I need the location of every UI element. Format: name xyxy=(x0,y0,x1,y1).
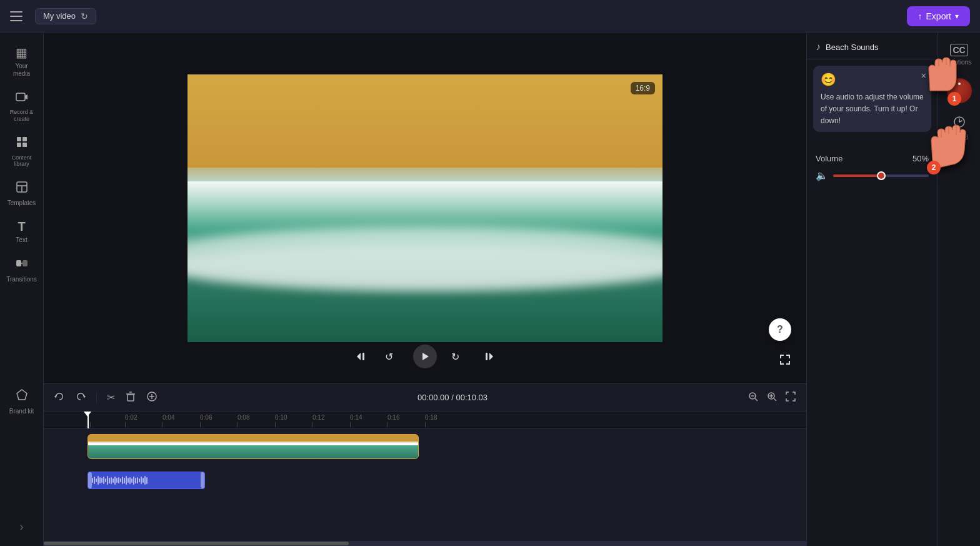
delete-button[interactable] xyxy=(122,388,139,407)
transitions-icon xyxy=(15,256,29,273)
svg-marker-16 xyxy=(422,353,429,360)
captions-label: Captions xyxy=(947,59,971,66)
volume-row: 🔈 xyxy=(816,169,929,181)
svg-rect-25 xyxy=(780,361,781,365)
sidebar-item-label: Contentlibrary xyxy=(12,154,32,168)
video-clip[interactable] xyxy=(88,434,419,459)
svg-rect-14 xyxy=(362,353,364,360)
svg-rect-19 xyxy=(486,353,488,360)
wave-foam-2 xyxy=(188,242,662,290)
svg-text:↻: ↻ xyxy=(451,351,459,362)
cut-button[interactable]: ✂ xyxy=(104,389,118,406)
volume-slider-thumb[interactable] xyxy=(877,171,886,180)
sidebar-item-record-create[interactable]: Record &create xyxy=(3,85,41,128)
sidebar-item-label: Record &create xyxy=(10,109,34,123)
audio-clip[interactable] xyxy=(88,472,205,489)
fullscreen-timeline-button[interactable] xyxy=(782,388,799,407)
skip-back-button[interactable] xyxy=(351,346,371,367)
audio-panel-header: ♪ Beach Sounds xyxy=(807,33,938,59)
audio-handle-left[interactable] xyxy=(88,472,92,488)
menu-icon[interactable] xyxy=(10,8,28,25)
ruler-mark: 0:04 xyxy=(162,414,200,428)
speed-button[interactable]: Speed xyxy=(942,112,977,144)
timeline-scrollbar[interactable] xyxy=(44,541,806,546)
sidebar-item-your-media[interactable]: ▦ Your media xyxy=(3,40,41,83)
timeline-ruler: 0:02 0:04 0:06 0:08 xyxy=(44,412,806,429)
svg-marker-18 xyxy=(489,353,493,360)
add-media-button[interactable] xyxy=(144,388,160,407)
captions-button[interactable]: CC Captions xyxy=(942,40,977,69)
volume-button[interactable] xyxy=(942,74,977,107)
sidebar-item-content-library[interactable]: Contentlibrary xyxy=(3,130,41,173)
svg-marker-13 xyxy=(357,353,361,360)
project-title-text: My video xyxy=(43,11,76,21)
play-button[interactable] xyxy=(413,345,437,368)
svg-rect-0 xyxy=(16,93,25,101)
help-button[interactable]: ? xyxy=(769,318,791,341)
sidebar-item-brand-kit[interactable]: Brand kit xyxy=(3,383,41,420)
svg-line-40 xyxy=(774,398,776,401)
music-icon: ♪ xyxy=(816,41,821,53)
sidebar-item-label: Transitions xyxy=(6,276,37,283)
content-library-icon xyxy=(15,135,29,152)
ruler-mark xyxy=(88,422,125,428)
record-create-icon xyxy=(15,90,29,106)
rewind-button[interactable]: ↺ xyxy=(382,346,402,367)
zoom-in-button[interactable] xyxy=(764,388,780,407)
svg-line-37 xyxy=(755,398,758,401)
svg-rect-23 xyxy=(789,355,790,358)
ruler-mark: 0:06 xyxy=(200,414,238,428)
undo-button[interactable] xyxy=(51,388,68,407)
sidebar-item-label: Text xyxy=(16,236,27,244)
volume-section: Volume 50% 🔈 xyxy=(807,148,938,188)
audio-track-content xyxy=(88,464,806,499)
sidebar-item-text[interactable]: T Text xyxy=(3,215,41,249)
ruler-mark: 0:02 xyxy=(125,414,162,428)
tooltip-emoji: 😊 xyxy=(821,72,924,87)
zoom-out-button[interactable] xyxy=(745,388,761,407)
ruler-marks: 0:02 0:04 0:06 0:08 xyxy=(44,412,806,428)
video-canvas[interactable]: 16:9 xyxy=(188,74,662,342)
export-button[interactable]: ↑ Export ▾ xyxy=(907,6,970,26)
speaker-icon: 🔈 xyxy=(816,169,828,181)
help-label: ? xyxy=(777,324,783,335)
sidebar-item-templates[interactable]: Templates xyxy=(3,175,41,212)
sidebar-item-transitions[interactable]: Transitions xyxy=(3,251,41,288)
speed-label: Speed xyxy=(950,134,968,141)
volume-label: Volume xyxy=(816,154,842,163)
video-frame xyxy=(188,74,662,342)
zoom-controls xyxy=(745,388,799,407)
brand-kit-icon xyxy=(15,388,29,405)
topbar: My video ↻ ↑ Export ▾ xyxy=(0,0,980,33)
redo-button[interactable] xyxy=(72,388,89,407)
tooltip-close-button[interactable]: × xyxy=(921,71,926,81)
sidebar-expand-icon[interactable]: › xyxy=(15,515,29,538)
volume-slider-fill xyxy=(833,174,881,177)
project-title[interactable]: My video ↻ xyxy=(35,8,96,24)
timeline-tracks xyxy=(44,429,806,541)
sidebar-item-label: Templates xyxy=(8,200,36,207)
fullscreen-button[interactable] xyxy=(779,353,791,368)
volume-slider[interactable] xyxy=(833,174,929,177)
fast-forward-button[interactable]: ↻ xyxy=(448,346,468,367)
left-sidebar: ▦ Your media Record &create Contentlibra… xyxy=(0,33,44,546)
center-area: 16:9 ↺ ↻ xyxy=(44,33,806,546)
sidebar-item-label: Brand kit xyxy=(9,408,34,415)
tooltip-text: Use audio to adjust the volume of your s… xyxy=(821,93,924,125)
timeline-scrollbar-thumb[interactable] xyxy=(44,542,349,545)
playhead[interactable] xyxy=(88,412,89,428)
svg-rect-27 xyxy=(789,361,790,365)
svg-rect-21 xyxy=(780,355,781,358)
timeline-timecode: 00:00.00 / 00:10.03 xyxy=(165,393,740,402)
svg-rect-9 xyxy=(16,260,21,266)
refresh-icon[interactable]: ↻ xyxy=(81,11,88,21)
video-track-content xyxy=(88,429,806,464)
skip-forward-button[interactable] xyxy=(479,346,499,367)
ruler-mark: 0:10 xyxy=(275,414,312,428)
audio-handle-right[interactable] xyxy=(201,472,204,488)
timeline-toolbar: ✂ 00:00.00 / 00:10.03 xyxy=(44,384,806,412)
svg-rect-10 xyxy=(22,260,28,266)
svg-rect-5 xyxy=(22,143,27,147)
svg-rect-4 xyxy=(17,143,21,147)
audio-title: Beach Sounds xyxy=(826,43,879,52)
